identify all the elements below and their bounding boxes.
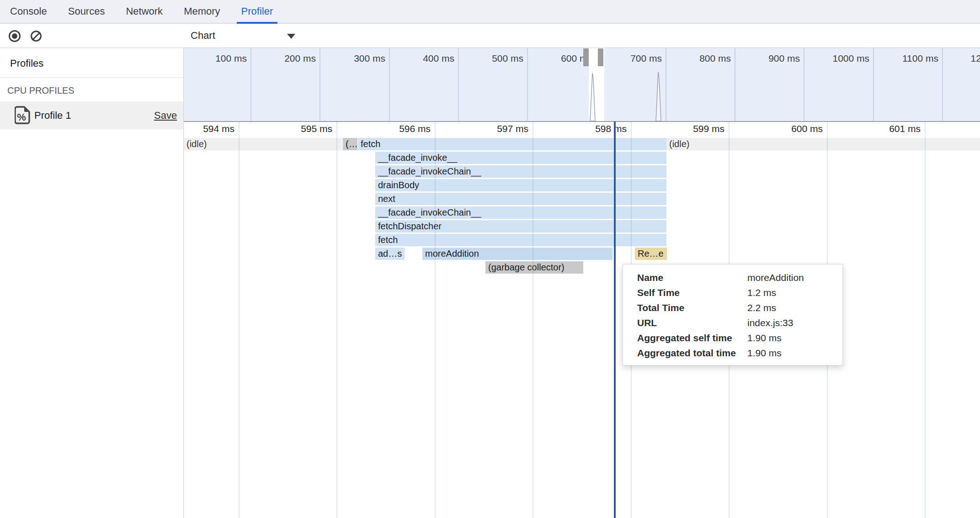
cpu-activity-spike [655,71,662,121]
ms-gridline [925,122,926,518]
overview-tick-label: 700 ms [615,51,662,66]
tab-network[interactable]: Network [121,0,167,23]
flame-bar-drainbody[interactable]: drainBody [375,179,666,191]
clear-profiles-button[interactable] [31,31,42,42]
overview-tick-label: 500 ms [477,51,523,66]
profiler-toolbar [0,24,980,48]
time-tick-label: 596 ms [380,122,431,136]
flame-bar-fetchdispatcher[interactable]: fetchDispatcher [375,220,666,233]
flame-bar-moreaddition[interactable]: moreAddition [422,248,612,260]
record-icon [12,33,17,39]
cpu-profiles-section-label: CPU PROFILES [7,85,75,96]
time-tick-label: 600 ms [772,122,823,136]
overview-gridline [389,48,390,121]
overview-gridline [666,48,666,121]
time-tick-label: 599 ms [674,122,724,136]
tooltip-label: Aggregated total time [623,345,747,360]
tooltip-value: 2.2 ms [747,300,842,315]
tooltip-label: Name [623,270,747,285]
svg-text:%: % [17,111,26,123]
tab-profiler[interactable]: Profiler [237,0,278,23]
flame-bar-fetch[interactable]: fetch [375,234,666,246]
flame-bar-idle[interactable]: (idle) [666,138,980,150]
overview-gridline [804,48,804,121]
clear-icon [32,32,40,41]
overview-gridline [735,48,735,121]
profiles-header: Profiles [10,58,43,69]
overview-gridline [250,48,251,121]
flame-bar-addnumbers[interactable]: ad…s [375,248,405,260]
record-profile-button[interactable] [9,30,21,42]
flame-bar-response[interactable]: Re…e [635,248,667,260]
time-tick-label: 594 ms [184,122,234,136]
selection-right-handle[interactable] [598,48,603,66]
flame-bar-facade-invokechain[interactable]: __facade_invokeChain__ [375,206,666,219]
overview-tick-label: 900 ms [753,51,800,66]
flame-bar-garbage-collector[interactable]: (garbage collector) [485,261,583,274]
tooltip-label: URL [623,315,747,330]
flame-bar-facade-invoke[interactable]: __facade_invoke__ [375,152,666,164]
overview-tick-label: 1000 ms [823,51,869,66]
flame-bar-truncated[interactable]: (… [343,138,357,150]
overview-tick-label: 400 ms [408,51,454,66]
overview-gridline [527,48,528,121]
tooltip-value: 1.90 ms [747,345,842,360]
tab-console[interactable]: Console [5,0,52,23]
tooltip-label: Self Time [623,285,747,300]
overview-tick-label: 1200 ms [961,51,980,66]
profile-document-icon: % [15,106,30,124]
overview-gridline [458,48,459,121]
ms-gridline [435,122,436,518]
cpu-activity-spike [590,72,596,121]
ms-gridline [336,122,337,518]
view-mode-value: Chart [191,24,215,48]
ms-gridline [239,122,240,518]
tab-sources[interactable]: Sources [64,0,110,23]
overview-tick-label: 100 ms [200,51,247,66]
overview-tick-label: 800 ms [684,51,731,66]
view-mode-dropdown[interactable]: Chart [184,24,303,48]
flame-chart-time-header: 594 ms 595 ms 596 ms 597 ms 598 ms 599 m… [184,122,980,136]
flame-bar-facade-invokechain[interactable]: __facade_invokeChain__ [375,165,666,178]
time-marker-line[interactable] [614,122,616,518]
overview-tick-label: 300 ms [339,51,385,66]
overview-gridline [942,48,943,121]
tooltip-label: Aggregated self time [623,330,747,345]
timeline-overview[interactable]: 100 ms 200 ms 300 ms 400 ms 500 ms 600 m… [184,48,980,122]
time-tick-label: 598 ms [576,122,627,136]
devtools-tab-bar: Console Sources Network Memory Profiler [0,0,980,24]
tooltip-value: moreAddition [747,270,842,285]
selection-left-handle[interactable] [583,48,589,66]
tooltip-label: Total Time [623,300,747,315]
tooltip-value: 1.90 ms [747,330,842,345]
flame-bar-fetch[interactable]: fetch [358,138,666,150]
time-tick-label: 601 ms [870,122,921,136]
tooltip-value: 1.2 ms [747,285,842,300]
overview-gridline [320,48,320,121]
tab-memory[interactable]: Memory [179,0,224,23]
sidebar-divider [0,77,183,78]
time-tick-label: 597 ms [478,122,528,136]
tooltip-value: index.js:33 [747,315,842,330]
flame-bar-idle[interactable]: (idle) [184,138,342,150]
ms-gridline [533,122,533,518]
chevron-down-icon [287,34,295,39]
save-profile-link[interactable]: Save [154,101,177,129]
flame-bar-next[interactable]: next [375,193,666,205]
overview-tick-label: 1100 ms [892,51,938,66]
profile-name: Profile 1 [34,101,71,129]
overview-gridline [873,48,874,121]
time-tick-label: 595 ms [282,122,332,136]
overview-tick-label: 200 ms [269,51,316,66]
frame-details-tooltip: NamemoreAddition Self Time1.2 ms Total T… [623,264,843,365]
